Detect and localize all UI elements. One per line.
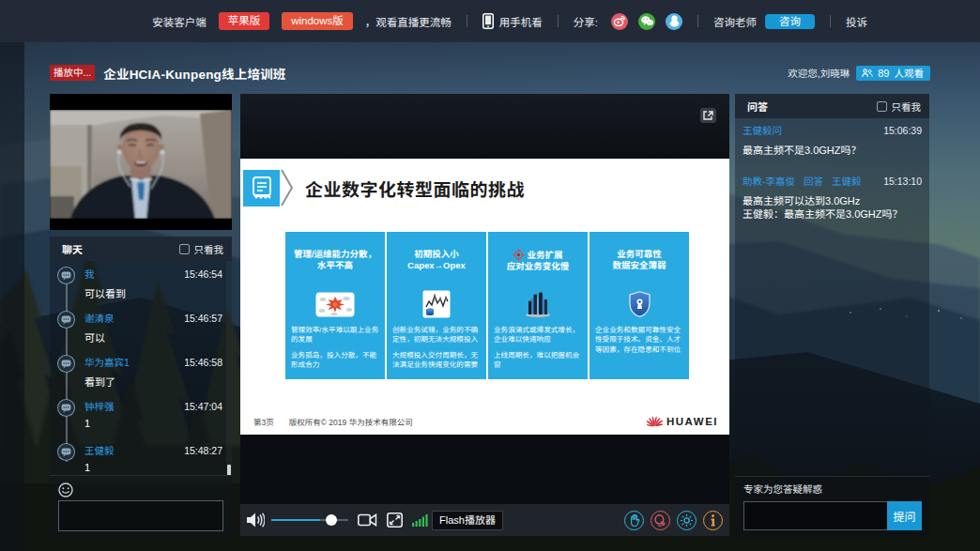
box-title-line: 数据安全薄弱 [612, 260, 666, 270]
volume-slider[interactable] [271, 514, 348, 527]
qa-assistant-name[interactable]: 助教-李嘉俊 [743, 174, 795, 188]
qa-reply-label: 回答 [804, 174, 823, 188]
chat-scrollbar-thumb[interactable] [227, 465, 231, 475]
chat-bubble-icon [61, 271, 71, 281]
chat-user-name[interactable]: 钟梓强 [84, 399, 115, 413]
chat-message-list[interactable]: 我15:46:54 可以看到 谢清泉15:46:57 可以 华为嘉宾115:46… [50, 261, 232, 475]
chat-only-me-checkbox[interactable] [179, 244, 190, 254]
windows-version-button[interactable]: windows版 [282, 12, 353, 30]
qa-input-area: 专家为您答疑解惑 提问 [735, 476, 929, 538]
raise-hand-button[interactable] [624, 511, 644, 530]
chat-user-name[interactable]: 我 [84, 267, 95, 281]
slide-header: 企业数字化转型面临的挑战 [243, 169, 525, 207]
box-title-line: 业务可靠性 [617, 249, 662, 259]
flash-player-label: Flash播放器 [432, 511, 503, 530]
presentation-slide[interactable]: 企业数字化转型面临的挑战 管理/运维能力分散，水平不高 管理效率/水平难以跟上业… [240, 159, 729, 435]
settings-button[interactable] [677, 511, 697, 530]
viewers-suffix: 人观看 [895, 66, 925, 80]
qa-reply-target-name[interactable]: 王健毅 [832, 174, 862, 188]
chat-message-header-row: 谢清泉15:46:57 [84, 309, 222, 324]
qa-title: 问答 [747, 99, 768, 114]
info-button[interactable] [703, 511, 723, 530]
qa-answer: 助教-李嘉俊 回答 王健毅 15:13:10 最高主频可以达到3.0GHz 王健… [743, 174, 922, 222]
watch-on-mobile[interactable]: 用手机看 [482, 13, 543, 29]
box-title-line: 管理/运维能力分散，水平不高 [294, 249, 376, 270]
screen-share-toggle[interactable] [387, 513, 403, 528]
qa-pencil-icon [654, 514, 666, 527]
qa-question-text: 最高主频不是3.0GHZ吗？ [743, 144, 922, 158]
complaint-link[interactable]: 投诉 [846, 14, 867, 29]
chat-message-text: 可以 [84, 329, 222, 344]
consult-teacher-label: 咨询老师 [713, 14, 757, 29]
chat-user-name[interactable]: 王健毅 [84, 443, 115, 457]
live-classroom-page: 安装客户端 苹果版 windows版 ，观看直播更流畅 用手机看 分享: 咨询老… [0, 0, 980, 551]
chat-user-name[interactable]: 华为嘉宾1 [84, 355, 130, 369]
signal-bars-icon [412, 514, 428, 527]
pop-out-icon [703, 111, 713, 120]
chat-scrollbar[interactable] [226, 261, 232, 475]
chat-timestamp: 15:48:27 [184, 445, 222, 456]
box-title-line: Capex→Opex [407, 260, 466, 270]
scattered-island-icon [285, 288, 385, 320]
chat-timestamp: 15:47:04 [184, 401, 222, 412]
install-client-label: 安装客户端 [152, 14, 207, 29]
viewers-people-icon [862, 69, 873, 78]
chat-bubble-icon [61, 448, 71, 457]
speaker-icon[interactable] [247, 513, 265, 528]
qa-panel: 问答 只看我 王健毅问 15:06:39 最高主频不是3.0GHZ吗？ 助教-李… [735, 94, 929, 538]
camera-icon [358, 513, 377, 527]
qa-asker-name[interactable]: 王健毅问 [743, 123, 782, 137]
qa-question-input[interactable] [743, 501, 887, 530]
wechat-icon [641, 16, 653, 26]
chat-only-me-label: 只看我 [194, 242, 224, 256]
presenter-webcam[interactable] [50, 94, 232, 230]
chat-title: 聊天 [62, 241, 83, 256]
chat-avatar [57, 399, 75, 417]
slide-page-number: 第3页 [253, 416, 274, 427]
qa-only-me-checkbox[interactable] [877, 101, 887, 112]
apple-version-button[interactable]: 苹果版 [219, 12, 270, 30]
qq-share-button[interactable] [666, 13, 682, 30]
webcam-video-frame [50, 110, 232, 219]
smooth-playback-hint: ，观看直播更流畅 [365, 14, 452, 29]
chat-avatar [57, 311, 75, 329]
qa-input-row: 提问 [743, 501, 922, 530]
chat-user-name[interactable]: 谢清泉 [84, 311, 115, 325]
ask-question-button[interactable]: 提问 [887, 501, 922, 530]
playing-status-badge: 播放中... [50, 65, 95, 81]
volume-knob[interactable] [326, 514, 337, 526]
wechat-share-button[interactable] [638, 13, 655, 30]
weibo-share-button[interactable] [611, 13, 628, 30]
chat-message-header-row: 我15:46:54 [84, 265, 222, 280]
document-icon [253, 176, 271, 199]
consult-button[interactable]: 咨询 [765, 14, 815, 29]
huawei-brand-name: HUAWEI [666, 416, 718, 427]
settings-sun-icon [681, 514, 693, 527]
chat-input[interactable] [58, 500, 223, 531]
box-title: 初期投入小Capex→Opex [391, 249, 482, 271]
qa-message-list[interactable]: 王健毅问 15:06:39 最高主频不是3.0GHZ吗？ 助教-李嘉俊 回答 王… [735, 118, 929, 476]
smiley-icon[interactable] [58, 482, 73, 497]
room-title: 企业HCIA-Kunpeng线上培训班 [103, 64, 285, 83]
shield-lock-icon [590, 288, 689, 320]
pop-out-button[interactable] [700, 108, 716, 123]
invest-chart-graphic [422, 290, 451, 318]
box-title-line: 业务扩展 [527, 250, 562, 260]
camera-toggle[interactable] [358, 513, 377, 527]
top-utility-bar: 安装客户端 苹果版 windows版 ，观看直播更流畅 用手机看 分享: 咨询老… [0, 0, 980, 42]
huawei-brand: HUAWEI [647, 415, 718, 427]
chat-avatar [57, 267, 75, 284]
challenge-box-2: 初期投入小Capex→Opex 创新业务试错，业务的不确定性，初期无法大规模投入… [387, 232, 486, 379]
chat-message-text: 1 [84, 462, 222, 473]
chat-message-text: 可以看到 [84, 285, 222, 300]
qa-ask-button[interactable] [651, 511, 670, 530]
challenge-box-3: 业务扩展应对业务变化慢 业务浪涌式或爆发式增长，企业难以快速响应 上线周期长，难… [488, 232, 588, 379]
target-crosshair-icon [513, 249, 525, 261]
box-title-line: 初期投入小 [414, 249, 459, 259]
divider [830, 15, 831, 27]
volume-fill [271, 519, 320, 521]
qa-header: 问答 只看我 [735, 94, 929, 118]
qa-timestamp: 15:06:39 [883, 125, 922, 136]
shield-lock-graphic [629, 291, 651, 317]
box-body: 企业业务和数据可靠性安全性受限于技术、资金、人才等因素，存在隐患和不到位 [595, 320, 685, 355]
